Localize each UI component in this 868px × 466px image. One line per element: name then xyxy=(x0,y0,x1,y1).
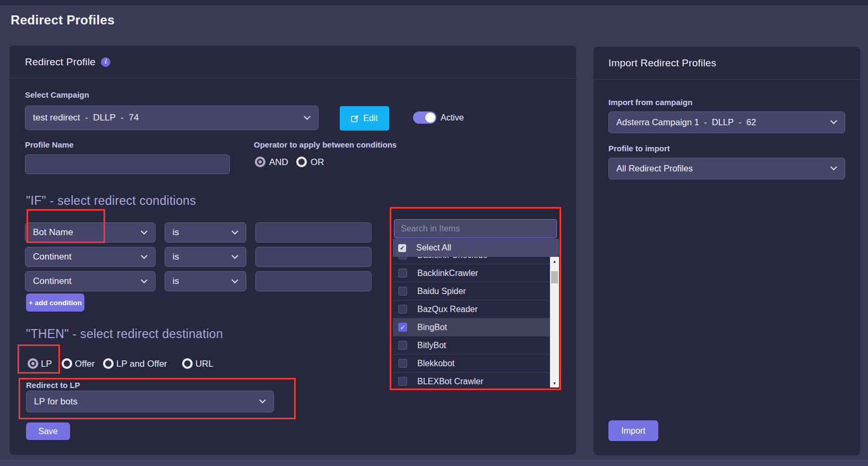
bot-list-item[interactable]: BazQux Reader xyxy=(393,300,559,318)
import-redirect-profiles-panel: Import Redirect Profiles Import from cam… xyxy=(594,47,860,455)
profile-to-import-value: All Redirect Profiles xyxy=(616,163,693,174)
bot-list-item-selected[interactable]: ✓ BingBot xyxy=(393,318,559,336)
condition-2-field-select[interactable]: Continent xyxy=(25,247,156,267)
condition-1-value-input[interactable] xyxy=(255,222,372,243)
scrollbar[interactable]: ▲ ▼ xyxy=(550,257,559,387)
select-all-row[interactable]: ✓ Select All xyxy=(393,239,559,257)
operator-radio-or[interactable] xyxy=(296,157,307,167)
condition-1-field-select[interactable]: Bot Name xyxy=(25,222,156,243)
destination-radio-lp[interactable] xyxy=(28,358,38,369)
checkbox-unchecked[interactable] xyxy=(398,257,407,260)
bot-list-item[interactable]: BLEXBot Crawler xyxy=(393,373,559,387)
chevron-down-icon xyxy=(141,277,148,283)
if-section-heading: "IF" - select redirect conditions xyxy=(26,194,196,208)
condition-1-operator-value: is xyxy=(173,227,179,238)
chevron-down-icon xyxy=(304,113,311,120)
condition-3-field-value: Continent xyxy=(33,276,72,287)
import-button-label: Import xyxy=(621,426,645,436)
bot-search-input[interactable] xyxy=(394,219,557,238)
import-from-campaign-value: Adsterra Campaign 1 - DLLP - 62 xyxy=(616,117,756,127)
add-condition-button[interactable]: + add condition xyxy=(26,294,84,312)
redirect-to-lp-label: Redirect to LP xyxy=(26,381,80,390)
chevron-down-icon xyxy=(231,252,238,259)
redirect-to-lp-select[interactable]: LP for bots xyxy=(26,391,274,412)
chevron-down-icon xyxy=(259,396,266,403)
condition-3-operator-select[interactable]: is xyxy=(165,271,246,291)
select-all-checkbox[interactable]: ✓ xyxy=(398,244,406,252)
top-bar xyxy=(0,0,868,5)
chevron-down-icon xyxy=(141,228,148,235)
import-from-campaign-select[interactable]: Adsterra Campaign 1 - DLLP - 62 xyxy=(608,111,845,133)
checkbox-unchecked[interactable] xyxy=(398,287,407,296)
info-icon[interactable]: i xyxy=(101,57,110,67)
select-all-label: Select All xyxy=(416,243,451,253)
operator-radio-and-label: AND xyxy=(269,157,288,168)
redirect-to-lp-value: LP for bots xyxy=(34,396,78,407)
operator-radio-and[interactable] xyxy=(255,157,265,167)
condition-2-operator-select[interactable]: is xyxy=(165,247,246,267)
condition-3-operator-value: is xyxy=(173,276,179,287)
campaign-select[interactable]: test redirect - DLLP - 74 xyxy=(25,106,319,130)
bot-list-item[interactable]: BacklinkCrawler xyxy=(393,264,559,282)
bot-list-item[interactable]: Baidu Spider xyxy=(393,282,559,300)
scrollbar-thumb[interactable] xyxy=(551,271,558,283)
bot-list: Backlink-Check.de BacklinkCrawler Baidu … xyxy=(393,257,559,387)
checkbox-unchecked[interactable] xyxy=(398,305,407,314)
checkbox-unchecked[interactable] xyxy=(398,359,407,368)
chevron-down-icon xyxy=(231,228,238,235)
import-panel-header: Import Redirect Profiles xyxy=(594,47,860,80)
campaign-select-value: test redirect - DLLP - 74 xyxy=(33,113,139,123)
import-panel-title: Import Redirect Profiles xyxy=(608,57,716,69)
active-toggle[interactable] xyxy=(413,111,436,124)
add-condition-label: + add condition xyxy=(29,299,82,307)
chevron-down-icon xyxy=(830,117,837,124)
condition-2-field-value: Continent xyxy=(33,252,72,262)
destination-radio-url-label: URL xyxy=(195,359,213,369)
destination-radio-lp-and-offer-label: LP and Offer xyxy=(116,359,167,369)
scroll-down-icon[interactable]: ▼ xyxy=(550,379,559,387)
panel-title: Redirect Profile xyxy=(25,56,96,68)
condition-2-operator-value: is xyxy=(173,252,179,262)
chevron-down-icon xyxy=(830,163,837,170)
destination-radio-lp-and-offer[interactable] xyxy=(103,358,114,369)
edit-icon xyxy=(351,115,359,123)
bot-multiselect-dropdown: ✓ Select All Backlink-Check.de BacklinkC… xyxy=(393,210,559,387)
bot-list-item[interactable]: Backlink-Check.de xyxy=(393,257,559,264)
checkbox-unchecked[interactable] xyxy=(398,377,407,386)
profile-name-label: Profile Name xyxy=(25,140,74,149)
condition-3-value-input[interactable] xyxy=(255,271,372,291)
save-button[interactable]: Save xyxy=(26,422,70,440)
condition-1-field-value: Bot Name xyxy=(33,227,73,238)
redirect-profile-panel: Redirect Profile i Select Campaign test … xyxy=(10,46,576,455)
destination-radio-lp-label: LP xyxy=(41,359,52,369)
select-campaign-label: Select Campaign xyxy=(25,90,89,99)
checkbox-unchecked[interactable] xyxy=(398,269,407,278)
scroll-up-icon[interactable]: ▲ xyxy=(550,257,559,265)
highlight-box-lp-radio xyxy=(18,344,60,374)
active-toggle-label: Active xyxy=(441,113,464,123)
page-title: Redirect Profiles xyxy=(11,13,115,28)
profile-name-input[interactable] xyxy=(25,154,230,174)
toggle-knob xyxy=(425,113,435,123)
condition-1-operator-select[interactable]: is xyxy=(165,222,246,243)
destination-radio-offer-label: Offer xyxy=(75,359,94,369)
bot-list-item[interactable]: Blekkobot xyxy=(393,355,559,373)
operator-label: Operator to apply between conditions xyxy=(254,140,397,149)
chevron-down-icon xyxy=(231,277,238,283)
checkbox-unchecked[interactable] xyxy=(398,341,407,350)
profile-to-import-select[interactable]: All Redirect Profiles xyxy=(608,158,845,179)
footer-strip xyxy=(0,460,868,466)
then-section-heading: "THEN" - select redirect destination xyxy=(26,327,223,341)
profile-to-import-label: Profile to import xyxy=(608,144,670,153)
edit-button[interactable]: Edit xyxy=(340,106,389,131)
condition-2-value-input[interactable] xyxy=(255,247,372,267)
import-button[interactable]: Import xyxy=(608,420,658,441)
import-from-campaign-label: Import from campaign xyxy=(608,98,692,107)
bot-list-item[interactable]: BitlyBot xyxy=(393,336,559,355)
destination-radio-url[interactable] xyxy=(182,358,193,369)
edit-button-label: Edit xyxy=(363,114,378,123)
checkbox-checked[interactable]: ✓ xyxy=(398,323,407,332)
destination-radio-offer[interactable] xyxy=(62,358,72,369)
condition-3-field-select[interactable]: Continent xyxy=(25,271,156,291)
operator-radio-or-label: OR xyxy=(311,157,324,168)
